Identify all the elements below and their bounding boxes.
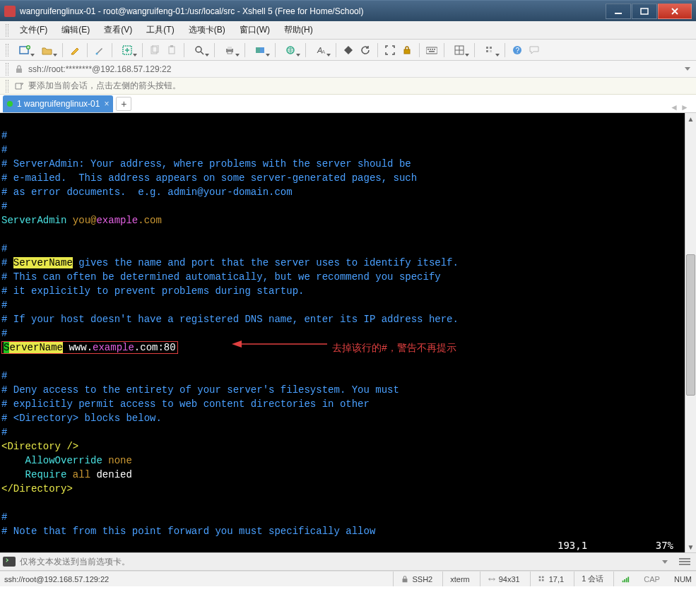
svg-rect-8 — [169, 47, 175, 54]
tab-close-button[interactable]: × — [104, 99, 109, 109]
color-picker-button[interactable] — [92, 42, 107, 58]
svg-rect-29 — [486, 50, 488, 52]
window-maximize-button[interactable] — [632, 4, 657, 19]
session-tab[interactable]: 1 wangruifenglinux-01 × — [3, 95, 113, 112]
svg-text:?: ? — [516, 47, 520, 54]
svg-rect-14 — [256, 47, 260, 53]
status-rowcol: 17,1 — [530, 571, 564, 586]
tab-nav-arrows[interactable]: ◄ ► — [666, 102, 693, 112]
svg-text:A: A — [322, 49, 326, 55]
tab-bar: 1 wangruifenglinux-01 × + ◄ ► — [0, 95, 696, 113]
svg-rect-20 — [426, 47, 437, 54]
paste-button[interactable] — [164, 42, 179, 58]
svg-point-4 — [96, 52, 98, 54]
svg-rect-24 — [434, 49, 435, 50]
svg-rect-21 — [427, 49, 429, 50]
fullscreen-button[interactable] — [382, 42, 398, 58]
chevron-down-icon[interactable] — [662, 560, 668, 564]
compose-bar — [0, 552, 696, 571]
svg-rect-33 — [16, 69, 22, 73]
file-transfer-button[interactable] — [249, 42, 271, 58]
lock-icon — [14, 64, 24, 74]
svg-rect-13 — [228, 52, 232, 54]
svg-rect-27 — [486, 47, 488, 49]
annotation-text: 去掉该行的#，警告不再提示 — [332, 340, 456, 355]
status-termtype: xterm — [442, 571, 470, 586]
menu-tools[interactable]: 工具(T) — [139, 21, 181, 39]
new-tab-button[interactable]: + — [116, 97, 131, 111]
add-session-icon[interactable] — [14, 81, 24, 91]
scroll-down-icon[interactable]: ▼ — [685, 541, 696, 552]
refresh-button[interactable] — [358, 42, 373, 58]
address-input[interactable] — [28, 64, 680, 74]
chat-icon[interactable] — [526, 42, 542, 58]
svg-marker-35 — [232, 340, 242, 348]
open-session-button[interactable] — [37, 42, 58, 58]
window-close-button[interactable] — [658, 4, 692, 19]
menu-window[interactable]: 窗口(W) — [232, 21, 277, 39]
scroll-up-icon[interactable]: ▲ — [685, 113, 696, 124]
lock-button[interactable] — [399, 42, 415, 58]
window-title: wangruifenglinux-01 - root@wangruifeng-0… — [20, 6, 606, 16]
svg-rect-1 — [641, 8, 648, 14]
status-signal-icon — [613, 571, 630, 586]
status-proto: SSH2 — [393, 571, 432, 586]
status-size: 94x31 — [480, 571, 520, 586]
svg-rect-37 — [538, 576, 541, 578]
layout-button[interactable] — [449, 42, 470, 58]
tab-label: 1 wangruifenglinux-01 — [17, 99, 100, 109]
menu-edit[interactable]: 编辑(E) — [54, 21, 97, 39]
help-button[interactable]: ? — [509, 42, 525, 58]
svg-rect-9 — [170, 45, 173, 47]
grip-icon — [6, 24, 8, 37]
terminal[interactable]: # # # ServerAdmin: Your address, where p… — [0, 113, 685, 552]
grip-icon — [6, 80, 8, 93]
info-bar: 要添加当前会话，点击左侧的箭头按钮。 — [0, 78, 696, 95]
status-cap: CAP — [639, 575, 664, 584]
vim-status-line: 193,1 37% — [0, 538, 685, 552]
annotation-arrow-icon — [232, 337, 331, 351]
window-titlebar: wangruifenglinux-01 - root@wangruifeng-0… — [0, 0, 696, 21]
svg-rect-12 — [228, 47, 232, 49]
menu-file[interactable]: 文件(F) — [13, 21, 54, 39]
web-button[interactable] — [280, 42, 301, 58]
search-button[interactable] — [189, 42, 210, 58]
menu-view[interactable]: 查看(V) — [97, 21, 139, 39]
menu-help[interactable]: 帮助(H) — [277, 21, 320, 39]
svg-rect-25 — [429, 51, 435, 52]
terminal-icon — [3, 557, 16, 567]
connected-dot-icon — [7, 101, 13, 107]
new-session-button[interactable] — [14, 42, 35, 58]
keyboard-button[interactable] — [424, 42, 440, 58]
svg-rect-22 — [430, 49, 431, 50]
scroll-thumb[interactable] — [686, 254, 695, 396]
reconnect-button[interactable] — [117, 42, 138, 58]
compose-input[interactable] — [20, 557, 658, 567]
font-button[interactable]: AA — [310, 42, 331, 58]
window-minimize-button[interactable] — [606, 4, 631, 19]
status-connection: ssh://root@192.168.57.129:22 — [4, 575, 383, 584]
svg-point-10 — [196, 47, 201, 52]
info-text: 要添加当前会话，点击左侧的箭头按钮。 — [28, 80, 181, 92]
menu-icon[interactable] — [676, 558, 693, 565]
copy-button[interactable] — [147, 42, 163, 58]
app-icon — [4, 6, 16, 17]
highlight-button[interactable] — [67, 42, 83, 58]
view-button[interactable] — [479, 42, 500, 58]
svg-rect-28 — [490, 47, 492, 49]
vim-button[interactable] — [341, 42, 356, 58]
svg-rect-0 — [615, 13, 622, 14]
terminal-pane: # # # ServerAdmin: Your address, where p… — [0, 113, 696, 552]
print-button[interactable] — [219, 42, 240, 58]
chevron-down-icon[interactable] — [685, 67, 690, 71]
svg-rect-15 — [260, 47, 264, 53]
terminal-scrollbar[interactable]: ▲ ▼ — [685, 113, 696, 552]
grip-icon — [6, 44, 8, 57]
cursor-position: 193,1 — [558, 538, 642, 552]
svg-rect-40 — [542, 579, 544, 581]
menu-tabs[interactable]: 选项卡(B) — [182, 21, 232, 39]
svg-rect-19 — [404, 49, 410, 54]
status-sessions: 1 会话 — [574, 571, 603, 586]
menu-bar: 文件(F) 编辑(E) 查看(V) 工具(T) 选项卡(B) 窗口(W) 帮助(… — [0, 21, 696, 40]
svg-rect-36 — [403, 579, 408, 582]
